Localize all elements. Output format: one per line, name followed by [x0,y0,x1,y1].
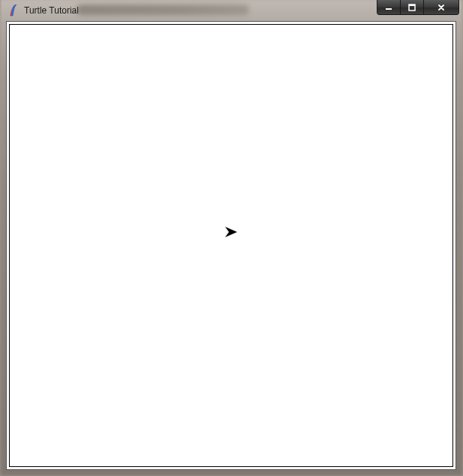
svg-rect-2 [409,5,415,6]
tk-feather-icon [8,5,20,17]
turtle-cursor-icon [225,227,237,237]
turtle-window: Turtle Tutorial [2,0,461,474]
turtle-canvas [9,24,453,467]
close-button[interactable] [423,0,459,15]
minimize-button[interactable] [377,0,401,15]
svg-marker-3 [225,227,237,237]
client-area [6,21,456,470]
maximize-button[interactable] [400,0,424,15]
window-title: Turtle Tutorial [24,0,79,21]
title-blurred-extra [77,5,249,15]
svg-rect-0 [386,8,392,10]
window-controls [377,0,459,15]
titlebar[interactable]: Turtle Tutorial [2,0,461,21]
